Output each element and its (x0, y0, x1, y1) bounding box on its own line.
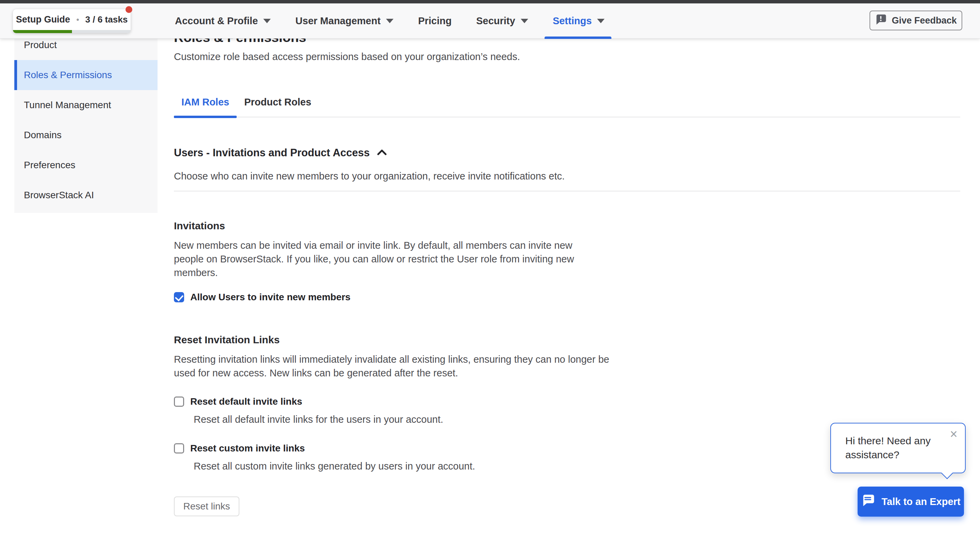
reset-links-heading: Reset Invitation Links (174, 334, 962, 346)
sidebar-item-tunnel-management[interactable]: Tunnel Management (14, 90, 158, 120)
reset-default-label: Reset default invite links (190, 396, 302, 407)
talk-to-expert-button[interactable]: Talk to an Expert (858, 487, 964, 517)
caret-down-icon (386, 19, 393, 23)
section-title: Users - Invitations and Product Access (174, 147, 370, 159)
reset-custom-label: Reset custom invite links (190, 443, 305, 454)
chevron-up-icon[interactable] (377, 149, 387, 156)
chat-bubble-text: Hi there! Need any assistance? (845, 434, 944, 462)
section-divider (174, 191, 960, 191)
primary-nav: Account & Profile User Management Pricin… (175, 3, 605, 38)
notification-dot (126, 6, 132, 13)
setup-guide-card[interactable]: Setup Guide • 3 / 6 tasks (13, 9, 130, 33)
sidebar-item-domains[interactable]: Domains (14, 120, 158, 150)
talk-to-expert-label: Talk to an Expert (881, 496, 961, 507)
reset-default-checkbox[interactable] (174, 396, 184, 407)
section-description: Choose who can invite new members to you… (174, 171, 962, 182)
nav-settings-label: Settings (553, 15, 592, 27)
nav-account-profile[interactable]: Account & Profile (175, 3, 271, 38)
nav-pricing[interactable]: Pricing (418, 3, 452, 38)
invitations-description: New members can be invited via email or … (174, 239, 595, 279)
chat-icon (861, 494, 875, 509)
feedback-bubble-icon (875, 14, 886, 27)
setup-guide-title: Setup Guide (16, 14, 70, 25)
reset-custom-checkbox[interactable] (174, 443, 184, 453)
setup-guide-progress-bar (13, 30, 130, 33)
caret-down-icon (521, 19, 528, 23)
setup-guide-separator-dot: • (76, 15, 79, 25)
nav-security[interactable]: Security (476, 3, 528, 38)
nav-user-management[interactable]: User Management (295, 3, 393, 38)
tab-iam-roles[interactable]: IAM Roles (174, 97, 237, 117)
nav-security-label: Security (476, 15, 515, 27)
give-feedback-button[interactable]: Give Feedback (870, 11, 962, 30)
allow-invite-row[interactable]: Allow Users to invite new members (174, 292, 962, 303)
caret-down-icon (263, 19, 271, 23)
give-feedback-label: Give Feedback (892, 15, 957, 26)
top-header: Setup Guide • 3 / 6 tasks Account & Prof… (0, 3, 980, 38)
reset-links-description: Resetting invitation links will immediat… (174, 353, 622, 380)
nav-account-profile-label: Account & Profile (175, 15, 258, 27)
allow-invite-checkbox[interactable] (174, 292, 184, 302)
roles-tabs: IAM Roles Product Roles (174, 97, 960, 117)
assistance-chat-bubble: Hi there! Need any assistance? × (830, 423, 966, 473)
nav-pricing-label: Pricing (418, 15, 452, 27)
page-subtitle: Customize role based access permissions … (174, 51, 962, 62)
sidebar-item-browserstack-ai[interactable]: BrowserStack AI (14, 180, 158, 210)
nav-user-management-label: User Management (295, 15, 380, 27)
sidebar-item-preferences[interactable]: Preferences (14, 150, 158, 180)
reset-links-button[interactable]: Reset links (174, 496, 239, 516)
close-icon[interactable]: × (950, 428, 958, 440)
caret-down-icon (597, 19, 605, 23)
settings-sidebar: Product Roles & Permissions Tunnel Manag… (14, 30, 158, 213)
reset-default-row[interactable]: Reset default invite links (174, 396, 962, 407)
section-users-invitations[interactable]: Users - Invitations and Product Access (174, 147, 962, 159)
nav-settings[interactable]: Settings (553, 3, 605, 38)
setup-guide-progress-label: 3 / 6 tasks (85, 14, 127, 25)
allow-invite-label: Allow Users to invite new members (190, 292, 350, 303)
reset-default-option: Reset default invite links Reset all def… (174, 396, 962, 425)
sidebar-item-roles-permissions[interactable]: Roles & Permissions (14, 60, 158, 90)
invitations-heading: Invitations (174, 220, 962, 232)
setup-guide-progress-fill (13, 30, 72, 33)
browser-top-strip (0, 0, 980, 3)
tab-product-roles[interactable]: Product Roles (237, 97, 319, 117)
